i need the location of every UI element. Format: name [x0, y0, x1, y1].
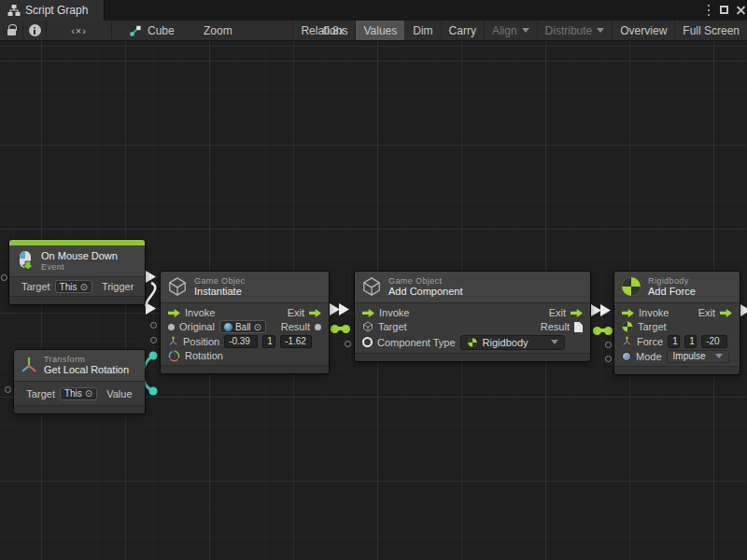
- result-label: Result: [281, 321, 310, 332]
- node-title: On Mouse Down: [41, 250, 118, 262]
- force-x-field[interactable]: 1: [668, 335, 680, 348]
- rotation-icon: [168, 350, 180, 362]
- object-picker-icon[interactable]: ⊙: [85, 388, 92, 399]
- mouse-down-icon: [16, 251, 35, 270]
- lock-icon: [7, 29, 16, 35]
- node-on-mouse-down[interactable]: On Mouse Down Event Target This ⊙ Trigge…: [9, 240, 145, 304]
- invoke-input-port[interactable]: [168, 309, 180, 317]
- code-icon: ‹×›: [71, 25, 87, 36]
- graph-canvas[interactable]: On Mouse Down Event Target This ⊙ Trigge…: [0, 41, 747, 560]
- position-x-field[interactable]: -0.39: [224, 335, 258, 348]
- type-input-port[interactable]: [362, 337, 373, 347]
- flow-arrow-icon[interactable]: [146, 302, 156, 315]
- node-header[interactable]: Transform Get Local Rotation: [14, 350, 145, 382]
- flow-arrow-icon[interactable]: [339, 303, 349, 315]
- target-value-chip[interactable]: This ⊙: [55, 280, 92, 293]
- connection-result-target[interactable]: [334, 327, 346, 330]
- port-row-invoke: Invoke Exit: [161, 306, 329, 320]
- force-y-field[interactable]: 1: [684, 335, 697, 348]
- dim-button[interactable]: Dim: [404, 21, 440, 40]
- node-header[interactable]: Game Objec Instantiate: [161, 272, 329, 303]
- maximize-icon[interactable]: [717, 3, 732, 18]
- node-title: Get Local Rotation: [44, 364, 129, 376]
- invoke-label: Invoke: [379, 307, 409, 318]
- object-picker-icon[interactable]: ⊙: [254, 322, 261, 332]
- target-value: This: [60, 282, 78, 292]
- exit-output-port[interactable]: [571, 309, 583, 317]
- flow-arrow-icon[interactable]: [591, 304, 601, 316]
- force-z-field[interactable]: -20: [701, 335, 727, 348]
- component-type-dropdown[interactable]: Rigidbody: [460, 335, 565, 350]
- original-input-port[interactable]: [168, 324, 175, 330]
- port-row-target: Target This ⊙ Value: [14, 385, 145, 403]
- port-row-target: Target Result: [355, 320, 590, 334]
- overview-button[interactable]: Overview: [612, 21, 674, 40]
- chevron-down-icon: [522, 28, 529, 33]
- values-button[interactable]: Values: [355, 21, 404, 40]
- node-add-component[interactable]: Game Object Add Component Invoke Exit Ta…: [355, 272, 590, 361]
- result-output-port[interactable]: [574, 322, 583, 332]
- input-port[interactable]: [1, 274, 7, 281]
- node-footer: [161, 365, 329, 373]
- node-category: Transform: [44, 355, 129, 364]
- connection-result-target[interactable]: [597, 329, 609, 332]
- full-screen-button[interactable]: Full Screen: [674, 21, 747, 40]
- invoke-input-port[interactable]: [362, 309, 374, 317]
- node-get-local-rotation[interactable]: Transform Get Local Rotation Target This…: [14, 350, 145, 413]
- node-instantiate[interactable]: Game Objec Instantiate Invoke Exit Origi…: [161, 272, 329, 373]
- original-value: Ball: [235, 322, 251, 332]
- flow-arrow-icon[interactable]: [330, 303, 340, 315]
- flow-arrow-icon[interactable]: [600, 304, 611, 316]
- input-port[interactable]: [605, 356, 612, 362]
- rigidbody-icon: [467, 337, 478, 348]
- component-type-label: Component Type: [377, 337, 456, 348]
- graph-node-icon: [129, 24, 142, 37]
- input-port[interactable]: [5, 386, 11, 393]
- position-z-field[interactable]: -1.62: [280, 335, 312, 348]
- flow-arrow-icon[interactable]: [740, 304, 747, 316]
- node-add-force[interactable]: Rigidbody Add Force Invoke Exit: [614, 272, 740, 374]
- inspect-button[interactable]: [23, 21, 47, 40]
- position-label: Position: [183, 336, 219, 347]
- node-header[interactable]: On Mouse Down Event: [9, 245, 145, 277]
- force-label: Force: [637, 336, 663, 347]
- trigger-label: Trigger: [102, 281, 134, 292]
- input-port[interactable]: [150, 322, 157, 329]
- invoke-input-port[interactable]: [622, 309, 634, 317]
- flow-arrow-icon[interactable]: [146, 271, 156, 283]
- node-footer: [355, 353, 590, 361]
- exit-output-port[interactable]: [309, 309, 321, 317]
- tab-script-graph[interactable]: Script Graph: [0, 0, 105, 21]
- input-port[interactable]: [150, 337, 157, 343]
- target-label: Target: [638, 321, 667, 332]
- chevron-down-icon: [715, 354, 723, 358]
- preview-code-button[interactable]: ‹×›: [47, 21, 112, 40]
- force-icon: [622, 336, 632, 346]
- graph-breadcrumb[interactable]: Cube: [129, 21, 175, 40]
- connection-endpoint[interactable]: [149, 352, 158, 360]
- input-port[interactable]: [605, 342, 612, 348]
- node-header[interactable]: Rigidbody Add Force: [614, 272, 740, 303]
- target-value-chip[interactable]: This ⊙: [60, 387, 97, 400]
- distribute-button[interactable]: Distribute: [537, 21, 613, 40]
- exit-label: Exit: [549, 307, 566, 318]
- game-object-icon: [361, 276, 382, 297]
- object-picker-icon[interactable]: ⊙: [79, 282, 87, 292]
- port-row-target: Target: [614, 320, 740, 334]
- mode-dropdown[interactable]: Impulse: [667, 350, 729, 363]
- align-button[interactable]: Align: [484, 21, 537, 40]
- invoke-label: Invoke: [639, 307, 669, 318]
- carry-button[interactable]: Carry: [441, 21, 484, 40]
- result-output-port[interactable]: [315, 324, 321, 330]
- exit-output-port[interactable]: [720, 309, 732, 317]
- input-port[interactable]: [345, 341, 351, 347]
- relations-button[interactable]: Relations: [292, 21, 355, 40]
- chevron-down-icon: [597, 28, 604, 33]
- original-value-chip[interactable]: Ball ⊙: [219, 320, 266, 333]
- connection-endpoint[interactable]: [149, 387, 158, 396]
- position-y-field[interactable]: 1: [262, 335, 275, 348]
- node-header[interactable]: Game Object Add Component: [355, 272, 590, 303]
- lock-button[interactable]: [0, 21, 23, 40]
- close-icon[interactable]: [734, 3, 747, 18]
- window-menu-icon[interactable]: [701, 3, 716, 18]
